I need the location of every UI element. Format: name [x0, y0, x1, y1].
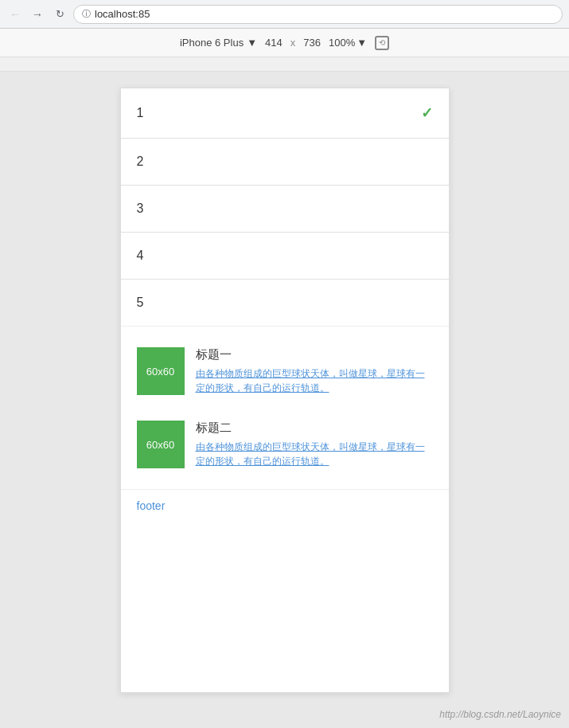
thumb-label: 60x60 [146, 366, 174, 378]
media-description: 由各种物质组成的巨型球状天体，叫做星球，星球有一定的形状，有自己的运行轨道。 [196, 440, 433, 468]
ruler-bar [0, 57, 569, 72]
media-thumbnail: 60x60 [137, 421, 185, 468]
width-value: 414 [265, 37, 283, 49]
list-item[interactable]: 1 ✓ [121, 88, 449, 139]
rotation-symbol: ⟲ [379, 38, 385, 47]
list-item[interactable]: 3 [121, 186, 449, 233]
browser-chrome: ← → ↻ ⓘ localhost:85 [0, 0, 569, 29]
device-toolbar: iPhone 6 Plus ▼ 414 x 736 100% ▼ ⟲ [0, 29, 569, 57]
zoom-arrow: ▼ [357, 37, 367, 49]
list-item-label: 2 [137, 155, 144, 169]
forward-button[interactable]: → [29, 6, 46, 23]
check-mark-icon: ✓ [421, 104, 433, 122]
x-separator: x [290, 37, 296, 49]
zoom-selector[interactable]: 100% ▼ [329, 37, 367, 49]
rotation-icon[interactable]: ⟲ [375, 36, 389, 50]
media-item[interactable]: 60x60 标题一 由各种物质组成的巨型球状天体，叫做星球，星球有一定的形状，有… [121, 335, 449, 408]
media-content: 标题二 由各种物质组成的巨型球状天体，叫做星球，星球有一定的形状，有自己的运行轨… [196, 421, 433, 468]
list-item-label: 1 [137, 106, 144, 120]
media-title: 标题二 [196, 421, 433, 436]
list-item[interactable]: 2 [121, 139, 449, 186]
thumb-label: 60x60 [146, 439, 174, 451]
list-item-label: 3 [137, 202, 144, 216]
list-item-label: 5 [137, 296, 144, 310]
media-description: 由各种物质组成的巨型球状天体，叫做星球，星球有一定的形状，有自己的运行轨道。 [196, 366, 433, 395]
url-text: localhost:85 [95, 8, 150, 20]
media-title: 标题一 [196, 347, 433, 362]
content-area: 1 ✓ 2 3 4 5 60x60 标题一 [0, 72, 569, 709]
list-item-label: 4 [137, 249, 144, 263]
list-item[interactable]: 5 [121, 280, 449, 326]
height-value: 736 [303, 37, 321, 49]
media-item[interactable]: 60x60 标题二 由各种物质组成的巨型球状天体，叫做星球，星球有一定的形状，有… [121, 408, 449, 481]
back-button[interactable]: ← [6, 6, 24, 23]
zoom-level: 100% [329, 37, 355, 49]
media-content: 标题一 由各种物质组成的巨型球状天体，叫做星球，星球有一定的形状，有自己的运行轨… [196, 347, 433, 395]
refresh-button[interactable]: ↻ [51, 6, 68, 23]
footer-text: footer [137, 499, 166, 512]
device-name: iPhone 6 Plus [180, 37, 244, 49]
device-selector[interactable]: iPhone 6 Plus ▼ [180, 37, 257, 49]
list-section: 1 ✓ 2 3 4 5 [121, 88, 449, 327]
mobile-frame: 1 ✓ 2 3 4 5 60x60 标题一 [120, 88, 450, 693]
media-thumbnail: 60x60 [137, 347, 185, 395]
lock-icon: ⓘ [82, 8, 91, 20]
list-item[interactable]: 4 [121, 233, 449, 280]
address-bar[interactable]: ⓘ localhost:85 [73, 5, 563, 24]
media-section: 60x60 标题一 由各种物质组成的巨型球状天体，叫做星球，星球有一定的形状，有… [121, 327, 449, 489]
device-dropdown-arrow: ▼ [247, 37, 257, 49]
footer: footer [121, 489, 449, 522]
